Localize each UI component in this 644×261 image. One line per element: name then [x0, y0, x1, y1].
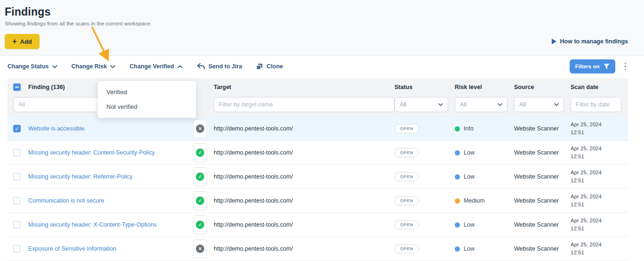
row-checkbox[interactable]: [13, 245, 21, 253]
verified-mark-icon: ✕: [196, 245, 204, 253]
target-url: http://demo.pentest-tools.com/: [214, 197, 394, 204]
clone-label: Clone: [266, 63, 283, 70]
date-filter-input[interactable]: [571, 97, 621, 112]
filters-on-button[interactable]: Filters on: [570, 59, 615, 73]
verified-badge[interactable]: ✓: [193, 215, 207, 234]
target-url: http://demo.pentest-tools.com/: [214, 245, 394, 252]
play-icon: [552, 39, 556, 44]
send-to-jira-label: Send to Jira: [209, 63, 242, 70]
scan-date: Apr 25, 2024: [571, 145, 622, 153]
verified-mark-icon: ✓: [196, 148, 204, 157]
select-all-checkbox[interactable]: [13, 83, 21, 91]
finding-link[interactable]: Missing security header: X-Content-Type-…: [28, 221, 157, 228]
finding-link[interactable]: Communication is not secure: [28, 197, 104, 204]
change-verified-dropdown: Verified Not verified: [97, 81, 196, 118]
verified-badge[interactable]: ✕: [193, 119, 207, 138]
table-row[interactable]: ✓ Website is accessible. ✕ http://demo.p…: [8, 117, 628, 141]
target-url: http://demo.pentest-tools.com/: [214, 125, 394, 132]
clone-button[interactable]: Clone: [256, 63, 283, 70]
scan-time: 12:51: [571, 201, 622, 209]
chevron-down-icon: [554, 103, 559, 106]
source-label: Website Scanner: [514, 197, 571, 204]
send-to-jira-button[interactable]: Send to Jira: [197, 63, 242, 70]
add-button[interactable]: + Add: [5, 34, 40, 49]
status-badge: OPEN: [394, 196, 419, 205]
chevron-down-icon: [110, 65, 115, 68]
status-filter-select[interactable]: All: [394, 97, 448, 112]
findings-page: Findings Showing findings from all the s…: [0, 0, 644, 261]
risk-label: Low: [464, 245, 475, 252]
status-badge: OPEN: [394, 124, 419, 133]
menu-item-verified[interactable]: Verified: [98, 85, 196, 99]
row-checkbox[interactable]: [13, 197, 21, 204]
risk-label: Medium: [464, 197, 484, 204]
risk-column-header: Risk level: [455, 84, 514, 90]
verified-mark-icon: ✓: [196, 196, 204, 205]
menu-item-not-verified[interactable]: Not verified: [98, 99, 196, 114]
change-risk-menu[interactable]: Change Risk: [72, 63, 116, 70]
how-to-manage-findings-link[interactable]: How to manage findings: [552, 38, 628, 45]
risk-dot-icon: [455, 126, 460, 131]
source-label: Website Scanner: [514, 173, 571, 180]
chevron-down-icon: [498, 103, 502, 106]
verified-badge[interactable]: ✓: [193, 143, 207, 162]
page-subtitle: Showing findings from all the scans in t…: [5, 21, 628, 26]
scan-date: Apr 25, 2024: [571, 121, 622, 129]
risk-dot-icon: [455, 222, 460, 228]
table-row[interactable]: Exposure of Sensitive Information ✕ http…: [8, 237, 628, 261]
risk-dot-icon: [455, 150, 460, 155]
row-checkbox[interactable]: [13, 173, 21, 180]
filters-on-label: Filters on: [575, 64, 600, 69]
table-body: ✓ Website is accessible. ✕ http://demo.p…: [8, 117, 628, 261]
risk-filter-value: All: [460, 101, 467, 108]
risk-filter-select[interactable]: All: [455, 97, 507, 112]
finding-link[interactable]: Missing security header: Content-Securit…: [28, 149, 155, 156]
page-header: Findings Showing findings from all the s…: [0, 0, 644, 56]
change-status-menu[interactable]: Change Status: [8, 63, 57, 70]
risk-dot-icon: [455, 246, 460, 252]
scan-time: 12:51: [571, 177, 622, 185]
scan-time: 12:51: [571, 129, 622, 137]
finding-link[interactable]: Exposure of Sensitive Information: [28, 245, 116, 252]
status-badge: OPEN: [394, 220, 419, 229]
verified-badge[interactable]: ✕: [193, 239, 207, 258]
status-badge: OPEN: [394, 244, 419, 253]
scan-time: 12:51: [571, 225, 622, 233]
verified-mark-icon: ✕: [196, 124, 204, 133]
chevron-down-icon: [52, 65, 57, 68]
verified-badge[interactable]: ✓: [193, 191, 207, 210]
source-column-header: Source: [514, 84, 571, 90]
scan-date: Apr 25, 2024: [571, 217, 622, 225]
change-status-label: Change Status: [8, 63, 49, 70]
source-filter-select[interactable]: All: [514, 97, 564, 112]
row-checkbox[interactable]: [13, 221, 21, 228]
status-badge: OPEN: [394, 172, 419, 181]
scan-date: Apr 25, 2024: [571, 241, 622, 249]
table-row[interactable]: Missing security header: X-Content-Type-…: [8, 213, 628, 237]
page-title: Findings: [5, 6, 628, 18]
table-row[interactable]: Missing security header: Referrer-Policy…: [8, 165, 628, 189]
target-url: http://demo.pentest-tools.com/: [214, 221, 394, 228]
more-options-menu[interactable]: [623, 61, 628, 73]
table-row[interactable]: Missing security header: Content-Securit…: [8, 141, 628, 165]
finding-column-header: Finding (136): [28, 84, 65, 90]
change-verified-menu[interactable]: Change Verified: [129, 63, 182, 70]
source-label: Website Scanner: [514, 125, 571, 132]
table-row[interactable]: Communication is not secure ✓ http://dem…: [8, 189, 628, 213]
status-column-header: Status: [394, 84, 455, 90]
row-checkbox[interactable]: ✓: [13, 125, 21, 132]
target-filter-input[interactable]: [214, 97, 394, 112]
change-verified-label: Change Verified: [129, 63, 174, 70]
scan-time: 12:51: [571, 249, 622, 257]
risk-label: Low: [464, 173, 475, 180]
scan-date-column-header: Scan date: [571, 84, 622, 90]
row-checkbox[interactable]: [13, 149, 21, 156]
verified-badge[interactable]: ✓: [193, 167, 207, 186]
finding-link[interactable]: Website is accessible.: [28, 125, 86, 132]
help-link-label: How to manage findings: [560, 38, 628, 45]
finding-link[interactable]: Missing security header: Referrer-Policy: [28, 173, 133, 180]
scan-date: Apr 25, 2024: [571, 169, 622, 177]
source-label: Website Scanner: [514, 221, 571, 228]
scan-date: Apr 25, 2024: [571, 193, 622, 201]
add-button-label: Add: [20, 38, 32, 45]
